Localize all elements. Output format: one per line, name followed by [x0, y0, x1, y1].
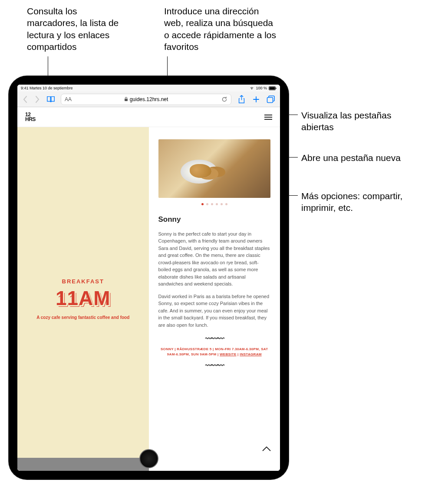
- wifi-icon: [250, 86, 254, 90]
- back-button[interactable]: [20, 94, 30, 105]
- article-photo: [158, 139, 271, 198]
- carousel-dots[interactable]: [158, 203, 271, 205]
- callout-bookmarks: Consulta los marcadores, la lista de lec…: [27, 5, 127, 53]
- callout-url: Introduce una dirección web, realiza una…: [164, 5, 277, 53]
- safari-toolbar: AA guides.12hrs.net: [17, 92, 280, 107]
- ipad-screen-area: 9:41 Martes 10 de septiembre 100 %: [17, 85, 280, 471]
- forward-button[interactable]: [32, 94, 43, 105]
- tabs-button[interactable]: [264, 93, 277, 106]
- status-left: 9:41 Martes 10 de septiembre: [21, 86, 73, 90]
- status-right: 100 %: [250, 86, 277, 90]
- hero-panel: BREAKFAST 11AM A cozy cafe serving fanta…: [17, 127, 149, 471]
- callout-share: Más opciones: compartir, imprimir, etc.: [301, 190, 423, 214]
- share-button[interactable]: [235, 93, 248, 106]
- web-page: 12 HRS BREAKFAST 11AM A cozy cafe servin…: [17, 107, 280, 471]
- lock-icon: [124, 97, 128, 102]
- ipad-device-frame: 9:41 Martes 10 de septiembre 100 %: [9, 76, 289, 479]
- article-p1: Sonny is the perfect cafe to start your …: [158, 230, 271, 288]
- venue-info-line2: 9AM-6.30PM, SUN 9AM-5PM | WEBSITE | INST…: [158, 352, 271, 357]
- wave-divider-icon: 〰〰〰: [158, 334, 271, 344]
- article-panel: Sonny Sonny is the perfect cafe to start…: [149, 127, 280, 471]
- hero-subtitle: A cozy cafe serving fantastic coffee and…: [36, 315, 129, 320]
- callout-newtab: Abre una pestaña nueva: [301, 152, 423, 164]
- status-time: 9:41: [21, 86, 29, 90]
- venue-info: SONNY | RÅDHUSSTRÆDE 5 | MON-FRI 7.30AM-…: [158, 347, 271, 357]
- svg-rect-1: [270, 87, 275, 89]
- bookmarks-button[interactable]: [44, 93, 57, 106]
- venue-info-line1: SONNY | RÅDHUSSTRÆDE 5 | MON-FRI 7.30AM-…: [158, 347, 271, 352]
- dot-icon[interactable]: [211, 203, 213, 205]
- scroll-up-button[interactable]: [262, 446, 271, 452]
- website-link[interactable]: WEBSITE: [220, 352, 237, 356]
- dot-icon[interactable]: [201, 203, 204, 205]
- article-p2: David worked in Paris as a barista befor…: [158, 293, 271, 329]
- svg-rect-2: [276, 88, 276, 89]
- instagram-link[interactable]: INSTAGRAM: [240, 352, 262, 356]
- url-field[interactable]: AA guides.12hrs.net: [61, 94, 231, 105]
- svg-rect-5: [267, 97, 273, 102]
- url-text: guides.12hrs.net: [130, 96, 168, 102]
- dot-icon[interactable]: [221, 203, 223, 205]
- article-title: Sonny: [158, 214, 271, 225]
- menu-button[interactable]: [264, 115, 272, 120]
- reader-aa-button[interactable]: AA: [65, 96, 72, 102]
- site-logo[interactable]: 12 HRS: [25, 112, 36, 121]
- logo-line2: HRS: [25, 117, 36, 122]
- dot-icon[interactable]: [225, 203, 227, 205]
- dot-icon[interactable]: [206, 203, 208, 205]
- dot-icon[interactable]: [216, 203, 218, 205]
- reload-button[interactable]: [221, 96, 227, 102]
- hero-time: 11AM: [56, 288, 111, 308]
- hero-label: BREAKFAST: [62, 278, 104, 285]
- battery-icon: [269, 86, 277, 90]
- battery-percent: 100 %: [256, 86, 267, 90]
- page-body: BREAKFAST 11AM A cozy cafe serving fanta…: [17, 127, 280, 471]
- callout-tabs: Visualiza las pestañas abiertas: [301, 109, 423, 133]
- new-tab-button[interactable]: [250, 93, 263, 106]
- status-bar: 9:41 Martes 10 de septiembre 100 %: [17, 85, 280, 92]
- status-date: Martes 10 de septiembre: [30, 86, 73, 90]
- site-header: 12 HRS: [17, 107, 280, 127]
- hero-bottom-strip: [17, 458, 149, 471]
- wave-divider-icon: 〰〰〰: [158, 361, 271, 371]
- svg-rect-3: [125, 99, 128, 102]
